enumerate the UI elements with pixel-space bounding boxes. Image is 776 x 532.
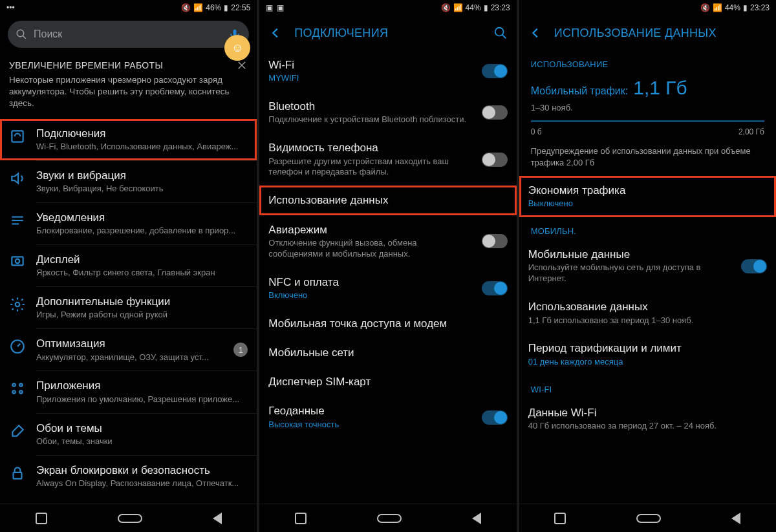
nav-back[interactable]	[213, 513, 222, 524]
row-location[interactable]: Геоданные Высокая точность	[259, 396, 516, 438]
row-hotspot[interactable]: Мобильная точка доступа и модем	[259, 309, 516, 338]
screen-data-usage: 🔇 📶 44% ▮ 23:23 ИСПОЛЬЗОВАНИЕ ДАННЫХ ИСП…	[519, 0, 776, 532]
row-title: Уведомления	[36, 211, 248, 224]
row-sub: Отключение функций вызова, обмена сообще…	[268, 238, 471, 260]
row-connections[interactable]: Подключения Wi-Fi, Bluetooth, Использова…	[0, 119, 257, 160]
clock: 22:55	[231, 3, 250, 12]
row-title: Bluetooth	[268, 100, 471, 113]
row-title: Авиарежим	[268, 223, 471, 237]
row-data-saver[interactable]: Экономия трафика Выключено	[519, 176, 776, 217]
airplane-toggle[interactable]	[482, 234, 508, 248]
row-apps[interactable]: Приложения Приложения по умолчанию, Разр…	[0, 371, 257, 412]
row-sounds[interactable]: Звуки и вибрация Звуки, Вибрация, Не бес…	[0, 161, 257, 202]
row-wifi-usage[interactable]: Данные Wi-Fi 40 Гб использовано за перио…	[519, 398, 776, 440]
header: ИСПОЛЬЗОВАНИЕ ДАННЫХ	[519, 16, 776, 50]
row-data-usage[interactable]: Использование данных	[259, 186, 516, 215]
back-icon[interactable]	[268, 26, 283, 40]
nav-recent[interactable]	[36, 513, 47, 524]
bluetooth-toggle[interactable]	[482, 105, 508, 120]
section-usage-label: ИСПОЛЬЗОВАНИЕ	[519, 50, 776, 73]
row-themes[interactable]: Обои и темы Обои, темы, значки	[0, 414, 257, 455]
usage-period: 1–30 нояб.	[531, 103, 764, 112]
svg-rect-10	[12, 257, 23, 265]
list-icon	[9, 212, 26, 229]
row-title: Обои и темы	[36, 421, 248, 435]
back-icon[interactable]	[528, 26, 543, 40]
row-title: Подключения	[36, 127, 248, 140]
header-title: ПОДКЛЮЧЕНИЯ	[294, 27, 388, 40]
header: ПОДКЛЮЧЕНИЯ	[259, 16, 516, 50]
navbar	[519, 504, 776, 532]
row-mobile-data[interactable]: Мобильные данные Используйте мобильную с…	[519, 240, 776, 292]
location-toggle[interactable]	[482, 410, 508, 425]
connections-list[interactable]: Wi-Fi MYWIFI Bluetooth Подключение к уст…	[259, 50, 516, 504]
svg-point-15	[19, 384, 22, 387]
navbar	[259, 504, 516, 532]
mobile-data-toggle[interactable]	[741, 259, 767, 273]
row-lockscreen[interactable]: Экран блокировки и безопасность Always O…	[0, 456, 257, 497]
wifi-icon	[9, 128, 26, 145]
statusbar: 🔇 📶 44% ▮ 23:23	[519, 0, 776, 16]
row-visibility[interactable]: Видимость телефона Разрешите другим устр…	[259, 133, 516, 186]
row-mobile-usage[interactable]: Использование данных 1,1 Гб использовано…	[519, 292, 776, 334]
nfc-toggle[interactable]	[482, 281, 508, 295]
screen-connections: ▣ ▣ 🔇 📶 44% ▮ 23:23 ПОДКЛЮЧЕНИЯ Wi-Fi MY…	[259, 0, 516, 532]
row-sub: MYWIFI	[268, 73, 471, 84]
mute-icon: 🔇	[441, 3, 451, 12]
row-sub: Блокирование, разрешение, добавление в п…	[36, 226, 248, 237]
visibility-toggle[interactable]	[482, 153, 508, 167]
banner-title: УВЕЛИЧЕНИЕ ВРЕМЕНИ РАБОТЫ	[9, 59, 248, 72]
battery-percent: 46%	[206, 3, 221, 12]
battery-banner[interactable]: УВЕЛИЧЕНИЕ ВРЕМЕНИ РАБОТЫ Некоторые прил…	[0, 53, 257, 119]
row-billing-cycle[interactable]: Период тарификации и лимит 01 день каждо…	[519, 334, 776, 375]
svg-point-0	[17, 30, 24, 37]
nav-recent[interactable]	[295, 513, 307, 524]
row-notifications[interactable]: Уведомления Блокирование, разрешение, до…	[0, 203, 257, 244]
row-sim-manager[interactable]: Диспетчер SIM-карт	[259, 367, 516, 396]
usage-summary[interactable]: Мобильный трафик: 1,1 Гб 1–30 нояб. 0 б …	[519, 73, 776, 176]
close-icon[interactable]	[236, 59, 248, 71]
row-sub: Яркость, Фильтр синего света, Главный эк…	[36, 268, 248, 279]
row-airplane[interactable]: Авиарежим Отключение функций вызова, обм…	[259, 215, 516, 268]
usage-value: 1,1 Гб	[633, 77, 687, 99]
battery-icon: ▮	[484, 3, 488, 12]
row-wifi[interactable]: Wi-Fi MYWIFI	[259, 50, 516, 92]
row-title: Дисплей	[36, 253, 248, 266]
svg-point-16	[12, 391, 15, 394]
usage-label: Мобильный трафик:	[531, 85, 629, 97]
wifi-toggle[interactable]	[482, 64, 508, 78]
signal-icon: 📶	[193, 3, 203, 12]
usage-scale-min: 0 б	[531, 127, 542, 136]
nav-home[interactable]	[377, 514, 402, 523]
row-advanced[interactable]: Дополнительные функции Игры, Режим работ…	[0, 287, 257, 328]
battery-icon: ▮	[743, 3, 748, 12]
clock: 23:23	[491, 3, 510, 12]
row-nfc[interactable]: NFC и оплата Включено	[259, 268, 516, 309]
row-optimization[interactable]: Оптимизация Аккумулятор, хранилище, ОЗУ,…	[0, 329, 257, 370]
nav-recent[interactable]	[554, 513, 566, 524]
screenshot-icon: ▣	[266, 3, 273, 12]
row-mobile-networks[interactable]: Мобильные сети	[259, 338, 516, 367]
row-sub: Приложения по умолчанию, Разрешения прил…	[36, 394, 248, 405]
row-bluetooth[interactable]: Bluetooth Подключение к устройствам Blue…	[259, 92, 516, 133]
settings-list[interactable]: Подключения Wi-Fi, Bluetooth, Использова…	[0, 119, 257, 504]
nav-back[interactable]	[472, 513, 481, 524]
row-title: Wi-Fi	[268, 58, 471, 72]
notification-badge: 1	[233, 343, 248, 357]
svg-line-1	[23, 36, 26, 39]
screen-settings: ••• 🔇 📶 46% ▮ 22:55 Поиск ☺ УВЕЛИЧЕНИЕ В…	[0, 0, 257, 532]
nav-home[interactable]	[636, 514, 661, 523]
row-title: Мобильные данные	[528, 248, 731, 261]
nav-home[interactable]	[118, 514, 142, 523]
search-icon[interactable]	[493, 26, 508, 40]
section-mobile-label: МОБИЛЬН.	[519, 217, 776, 240]
row-title: Дополнительные функции	[36, 295, 248, 308]
more-icon: •••	[6, 3, 15, 12]
nav-back[interactable]	[731, 513, 740, 524]
mute-icon: 🔇	[700, 3, 710, 12]
row-sub: 1,1 Гб использовано за период 1–30 нояб.	[528, 315, 767, 326]
search-input[interactable]: Поиск	[8, 21, 249, 48]
svg-line-20	[502, 35, 506, 39]
row-display[interactable]: Дисплей Яркость, Фильтр синего света, Гл…	[0, 245, 257, 286]
clock: 23:23	[750, 3, 770, 12]
